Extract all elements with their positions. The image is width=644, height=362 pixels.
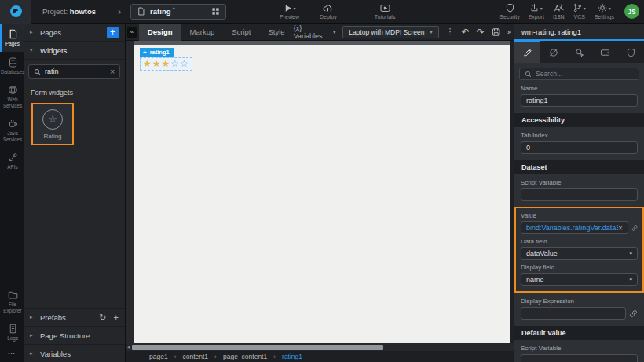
breadcrumb-page1[interactable]: page1 [149, 353, 168, 360]
caret-right-icon: ▸ [30, 314, 35, 320]
bind-link-icon[interactable] [629, 309, 638, 318]
tab-events[interactable] [566, 41, 592, 63]
chevron-down-icon: ▾ [609, 5, 611, 11]
variables-section-header[interactable]: ▸ Variables [24, 344, 125, 362]
tab-markup[interactable]: Markup [181, 24, 224, 41]
device-selector[interactable]: Laptop with MDPI Screen▾ [342, 26, 438, 38]
add-page-button[interactable]: + [107, 27, 119, 38]
i18n-button[interactable]: I18N [553, 3, 565, 20]
deploy-button[interactable]: Deploy [320, 4, 337, 20]
stars-empty: ☆☆ [170, 58, 189, 70]
save-button[interactable] [492, 27, 500, 37]
display-expression-input[interactable] [526, 309, 620, 317]
rating1-selection-tag[interactable]: + rating1 [140, 48, 174, 57]
device-icon [600, 48, 610, 57]
prefabs-section-header[interactable]: ▸ Prefabs ↻ + [24, 308, 125, 326]
scroll-left-arrow-icon[interactable]: ◂ [127, 344, 130, 350]
page-tab-label: rating [150, 7, 170, 16]
properties-panel: wm-rating: rating1 Name Accessibility Ta… [514, 24, 644, 362]
tab-styles[interactable] [540, 41, 566, 63]
cloud-upload-icon [323, 4, 333, 13]
page-tab[interactable]: rating * [130, 4, 226, 20]
grid-icon[interactable] [211, 7, 220, 16]
page-structure-section-header[interactable]: ▸ Page Structure [24, 326, 125, 344]
tutorials-button[interactable]: Tutorials [375, 4, 396, 20]
bind-link-icon[interactable] [631, 224, 638, 232]
rail-item-file-explorer[interactable]: File Explorer [0, 284, 24, 318]
breadcrumb-content1[interactable]: content1 [182, 353, 208, 360]
default-script-variable-input[interactable] [526, 357, 632, 362]
collapse-left-panel-button[interactable]: « [127, 27, 137, 38]
page-surface[interactable]: + rating1 ★★★☆☆ [134, 45, 510, 343]
rail-item-databases[interactable]: Databases [0, 52, 24, 80]
palette-icon [549, 48, 558, 57]
security-button[interactable]: Security [499, 3, 519, 20]
add-prefab-icon[interactable]: + [114, 313, 119, 323]
breadcrumb-sep-icon: › [214, 353, 217, 360]
shield-icon [506, 3, 514, 13]
rail-spacer [0, 175, 24, 285]
chevron-down-icon: ▾ [629, 276, 632, 283]
rail-item-pages[interactable]: Pages [0, 24, 24, 52]
name-input[interactable] [526, 97, 632, 104]
widgets-section-header[interactable]: ▾ Widgets [24, 42, 125, 60]
breadcrumb-sep-icon: › [174, 353, 177, 360]
data-field-select[interactable]: dataValue ▾ [521, 247, 638, 260]
wavemaker-logo-icon[interactable] [0, 0, 31, 24]
rating1-stars[interactable]: ★★★☆☆ [140, 57, 192, 71]
pages-section-header[interactable]: ▸ Pages + [24, 24, 125, 42]
rail-item-apis[interactable]: APIs [0, 147, 24, 175]
selected-widget-title: wm-rating: rating1 [514, 24, 644, 41]
settings-button[interactable]: ▾ Settings [595, 3, 614, 20]
rating-widget-tile[interactable]: ☆ Rating [31, 103, 74, 145]
undo-button[interactable]: ↶ [462, 27, 470, 37]
clear-value-icon[interactable]: × [618, 224, 623, 232]
design-canvas[interactable]: + rating1 ★★★☆☆ [126, 41, 514, 343]
tab-properties[interactable] [514, 41, 540, 63]
pages-icon [8, 29, 18, 39]
expand-right-button[interactable]: » [507, 28, 511, 36]
refresh-prefabs-icon[interactable]: ↻ [99, 313, 106, 323]
unsaved-marker: * [173, 5, 176, 13]
cursor-click-icon [575, 48, 584, 57]
data-field-label: Data field [521, 238, 638, 245]
breadcrumb-page-content1[interactable]: page_content1 [223, 353, 267, 360]
rail-more-button[interactable]: ••• [0, 346, 24, 362]
user-avatar[interactable]: JS [624, 4, 639, 19]
clear-search-icon[interactable]: × [110, 68, 115, 76]
database-icon [8, 57, 18, 68]
tab-device[interactable] [592, 41, 618, 63]
canvas-horizontal-scrollbar[interactable]: ◂ [126, 343, 514, 351]
globe-icon [8, 85, 18, 95]
breadcrumb-rating1[interactable]: rating1 [282, 353, 302, 360]
tab-style[interactable]: Style [260, 24, 294, 41]
more-options-icon[interactable]: ⋮ [446, 27, 455, 37]
preview-button[interactable]: ▾ Preview [280, 4, 299, 20]
canvas-toolbar: « Design Markup Script Style {x} Variabl… [126, 24, 514, 41]
rail-item-web-services[interactable]: Web Services [0, 79, 24, 113]
export-button[interactable]: ▾ Export [529, 3, 544, 20]
coffee-icon [8, 119, 18, 129]
chevron-down-icon: ▾ [629, 250, 632, 257]
script-variable-input[interactable] [526, 191, 632, 199]
vcs-button[interactable]: ▾ VCS [573, 3, 586, 20]
widget-search[interactable]: × [28, 64, 120, 79]
variables-menu[interactable]: {x} Variables▾ [294, 24, 336, 40]
rating1-widget[interactable]: + rating1 ★★★☆☆ [140, 47, 192, 71]
scrollbar-thumb[interactable] [132, 345, 383, 350]
display-field-select[interactable]: name ▾ [521, 273, 638, 286]
tab-security[interactable] [618, 41, 644, 63]
left-icon-rail: Pages Databases Web Services Java Servic… [0, 24, 24, 362]
rail-item-java-services[interactable]: Java Services [0, 113, 24, 147]
value-input[interactable] [526, 224, 618, 232]
display-field-label: Display field [521, 264, 638, 271]
tab-script[interactable]: Script [223, 24, 259, 41]
tab-design[interactable]: Design [139, 24, 181, 41]
widget-search-input[interactable] [45, 68, 106, 75]
breadcrumb-sep-icon: › [273, 353, 276, 360]
redo-button[interactable]: ↷ [477, 27, 485, 37]
property-search-input[interactable] [536, 70, 634, 78]
tab-index-input[interactable] [526, 144, 632, 152]
rail-item-logs[interactable]: Logs [0, 318, 24, 346]
property-search[interactable] [519, 68, 639, 80]
